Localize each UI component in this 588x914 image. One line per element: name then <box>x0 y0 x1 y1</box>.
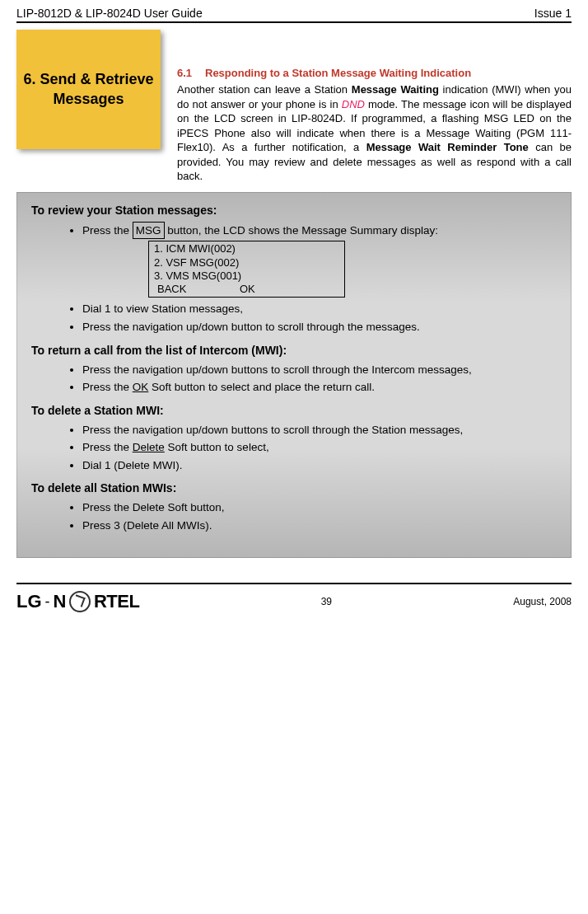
globe-icon <box>69 591 91 612</box>
item-text: Dial 1 (Delete MWI). <box>82 459 183 471</box>
item-text: Press the Delete Soft button, <box>82 501 225 513</box>
logo: LG - N RTEL <box>16 591 139 612</box>
item-text: Press the navigation up/down button to s… <box>82 321 420 333</box>
list-return: Press the navigation up/down buttons to … <box>31 362 557 396</box>
lcd-line-4: BACK OK <box>154 283 339 296</box>
item-text: Press the navigation up/down buttons to … <box>82 363 472 376</box>
list-item: Press the Delete Soft button, <box>82 499 557 516</box>
item-text: Press 3 (Delete All MWIs). <box>82 519 212 532</box>
chapter-box: 6. Send & Retrieve Messages <box>16 30 161 149</box>
section-heading: 6.1 Responding to a Station Message Wait… <box>177 67 572 79</box>
heading-return: To return a call from the list of Interc… <box>31 344 557 357</box>
instructions-box: To review your Station messages: Press t… <box>16 192 572 559</box>
page-header: LIP-8012D & LIP-8024D User Guide Issue 1 <box>16 0 572 23</box>
item-text-post: Soft button to select, <box>165 441 269 453</box>
logo-lg-text: LG <box>16 591 42 612</box>
header-left: LIP-8012D & LIP-8024D User Guide <box>16 7 203 20</box>
intro-paragraph: Another station can leave a Station Mess… <box>177 82 572 184</box>
list-item: Dial 1 to view Station messages, <box>82 301 557 317</box>
delete-soft-label: Delete <box>133 441 165 453</box>
header-right: Issue 1 <box>534 7 572 20</box>
heading-delete: To delete a Station MWI: <box>31 404 557 417</box>
footer-date: August, 2008 <box>513 596 572 607</box>
item-text-pre: Press the <box>82 224 133 237</box>
item-text-pre: Press the <box>82 381 133 393</box>
chapter-title: 6. Send & Retrieve Messages <box>16 70 161 109</box>
msg-button-label: MSG <box>133 222 165 240</box>
intro-bold-1: Message Waiting <box>352 83 439 96</box>
lcd-line-2: 2. VSF MSG(002) <box>154 256 339 270</box>
list-item: Press the Delete Soft button to select, <box>82 439 557 456</box>
lcd-ok-label: OK <box>240 283 255 296</box>
logo-nortel-n: N <box>54 591 66 612</box>
item-text: Dial 1 to view Station messages, <box>82 302 243 315</box>
list-item: Press the MSG button, the LCD shows the … <box>82 222 557 298</box>
lcd-line-3: 3. VMS MSG(001) <box>154 270 339 283</box>
logo-dash: - <box>45 593 50 611</box>
section-number: 6.1 <box>177 67 205 79</box>
list-item: Press the OK Soft button to select and p… <box>82 379 557 396</box>
lcd-display: 1. ICM MWI(002) 2. VSF MSG(002) 3. VMS M… <box>148 241 345 298</box>
list-item: Dial 1 (Delete MWI). <box>82 457 557 474</box>
heading-review: To review your Station messages: <box>31 204 557 217</box>
item-text-post: Soft button to select and place the retu… <box>148 381 375 393</box>
intro-text-1: Another station can leave a Station <box>177 83 352 96</box>
intro-bold-2: Message Wait Reminder Tone <box>366 141 529 153</box>
lcd-line-1: 1. ICM MWI(002) <box>154 242 339 255</box>
item-text-post: button, the LCD shows the Message Summar… <box>165 224 438 237</box>
logo-nortel-rtel: RTEL <box>94 591 139 612</box>
heading-delete-all: To delete all Station MWIs: <box>31 481 557 494</box>
list-review: Press the MSG button, the LCD shows the … <box>31 222 557 335</box>
intro-dnd: DND <box>342 98 365 110</box>
page-number: 39 <box>321 596 332 607</box>
list-item: Press the navigation up/down buttons to … <box>82 422 557 438</box>
list-delete-all: Press the Delete Soft button, Press 3 (D… <box>31 499 557 533</box>
lcd-back-label: BACK <box>157 283 240 296</box>
section-title: Responding to a Station Message Waiting … <box>205 67 471 79</box>
page-footer: LG - N RTEL 39 August, 2008 <box>16 584 572 624</box>
item-text-pre: Press the <box>82 441 133 453</box>
item-text: Press the navigation up/down buttons to … <box>82 424 463 436</box>
list-item: Press the navigation up/down buttons to … <box>82 362 557 378</box>
list-delete: Press the navigation up/down buttons to … <box>31 422 557 474</box>
list-item: Press the navigation up/down button to s… <box>82 319 557 335</box>
ok-soft-label: OK <box>133 381 149 393</box>
list-item: Press 3 (Delete All MWIs). <box>82 518 557 534</box>
